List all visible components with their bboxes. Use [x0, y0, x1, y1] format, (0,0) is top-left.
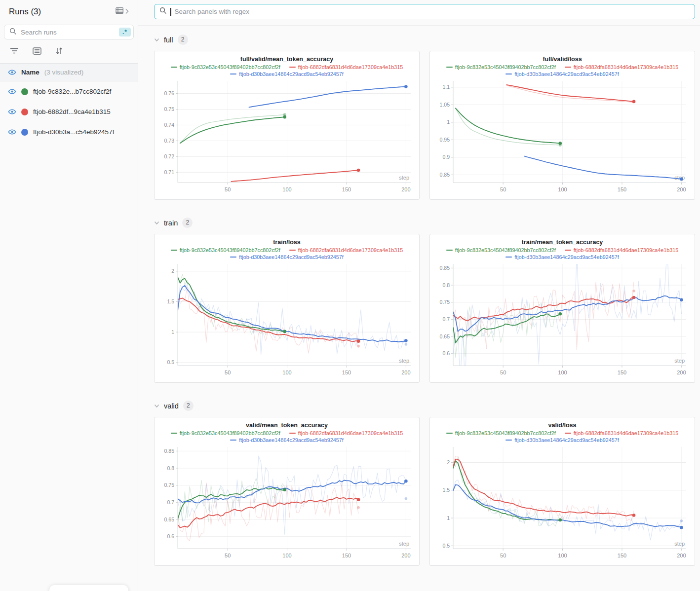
chart-title: valid/mean_token_accuracy [158, 422, 416, 429]
legend-entry[interactable]: ftjob-9c832e53c45043f89402bb7cc802cf2f [446, 247, 556, 253]
legend-color-dash [289, 433, 296, 434]
run-color-dot [21, 109, 28, 115]
chart-canvas[interactable]: 0.60.650.70.750.80.8550100150200step [158, 444, 416, 564]
chart-plot-area[interactable]: 0.60.650.70.750.80.8550100150200step [433, 261, 691, 381]
legend-entry[interactable]: ftjob-d30b3aee14864c29acd9ac54eb92457f [506, 71, 619, 77]
chart-panel[interactable]: full/valid/loss ftjob-9c832e53c45043f894… [429, 51, 695, 200]
svg-text:0.5: 0.5 [167, 359, 174, 365]
filter-button[interactable] [10, 47, 19, 56]
svg-text:100: 100 [282, 186, 291, 192]
section-header-full[interactable]: full 2 [154, 35, 700, 45]
section-full: full 2 full/valid/mean_token_accuracy ft… [154, 35, 700, 200]
run-row[interactable]: ftjob-9c832e...b7cc802cf2f [0, 81, 138, 102]
section-header-train[interactable]: train 2 [154, 218, 700, 228]
tooltip-card [49, 585, 128, 591]
svg-text:0.76: 0.76 [164, 90, 175, 96]
panel-search-input[interactable]: Search panels with regex [154, 4, 695, 19]
legend-entry[interactable]: ftjob-6882dfa6831d4d6dae17309ca4e1b315 [565, 430, 679, 436]
svg-text:0.6: 0.6 [167, 533, 174, 539]
svg-text:0.95: 0.95 [440, 137, 450, 143]
chart-canvas[interactable]: 0.850.90.9511.051.150100150200step [433, 78, 691, 198]
legend-color-dash [171, 433, 177, 434]
legend-color-dash [230, 74, 236, 75]
legend-run-name: ftjob-9c832e53c45043f89402bb7cc802cf2f [180, 430, 280, 436]
svg-text:step: step [399, 541, 409, 547]
section-count-badge: 2 [178, 35, 188, 45]
svg-text:0.9: 0.9 [442, 154, 450, 160]
runs-search-input[interactable]: Search runs .* [4, 25, 134, 39]
runs-list-header[interactable]: Name (3 visualized) [0, 64, 138, 81]
visibility-all-eye-icon[interactable] [8, 69, 16, 76]
legend-run-name: ftjob-6882dfa6831d4d6dae17309ca4e1b315 [574, 430, 679, 436]
chart-canvas[interactable]: 0.511.5250100150200step [158, 261, 416, 381]
text-cursor [170, 8, 171, 16]
svg-text:1: 1 [171, 329, 174, 335]
chart-panel[interactable]: full/valid/mean_token_accuracy ftjob-9c8… [154, 51, 420, 200]
chart-canvas[interactable]: 0.710.720.730.740.750.7650100150200step [158, 78, 416, 198]
visibility-eye-icon[interactable] [8, 108, 16, 115]
svg-text:200: 200 [677, 553, 686, 558]
run-row[interactable]: ftjob-6882df...9ca4e1b315 [0, 102, 138, 122]
legend-entry[interactable]: ftjob-6882dfa6831d4d6dae17309ca4e1b315 [289, 247, 403, 253]
svg-text:0.75: 0.75 [164, 482, 175, 488]
section-label: valid [164, 402, 179, 410]
svg-text:50: 50 [225, 553, 231, 558]
chart-plot-area[interactable]: 0.850.90.9511.051.150100150200step [433, 78, 691, 198]
svg-text:150: 150 [618, 186, 626, 192]
legend-entry[interactable]: ftjob-9c832e53c45043f89402bb7cc802cf2f [171, 64, 280, 70]
svg-text:200: 200 [401, 186, 410, 192]
legend-color-dash [230, 257, 236, 258]
chart-plot-area[interactable]: 0.511.5250100150200step [158, 261, 416, 381]
svg-text:0.7: 0.7 [442, 316, 450, 322]
run-row[interactable]: ftjob-d30b3a...c54eb92457f [0, 122, 138, 142]
legend-entry[interactable]: ftjob-6882dfa6831d4d6dae17309ca4e1b315 [565, 247, 679, 253]
expand-table-button[interactable] [116, 7, 129, 17]
chart-panel[interactable]: valid/loss ftjob-9c832e53c45043f89402bb7… [429, 417, 695, 566]
group-button[interactable] [33, 47, 41, 57]
legend-entry[interactable]: ftjob-9c832e53c45043f89402bb7cc802cf2f [446, 64, 556, 70]
legend-run-name: ftjob-9c832e53c45043f89402bb7cc802cf2f [455, 430, 556, 436]
legend-color-dash [289, 250, 296, 251]
legend-run-name: ftjob-6882dfa6831d4d6dae17309ca4e1b315 [574, 64, 679, 70]
chart-plot-area[interactable]: 0.60.650.70.750.80.8550100150200step [158, 444, 416, 564]
chart-plot-area[interactable]: 0.511.5250100150200step [433, 444, 691, 564]
section-header-valid[interactable]: valid 2 [154, 401, 700, 411]
chart-plot-area[interactable]: 0.710.720.730.740.750.7650100150200step [158, 78, 416, 198]
legend-entry[interactable]: ftjob-d30b3aee14864c29acd9ac54eb92457f [506, 437, 619, 443]
sort-button[interactable] [55, 47, 63, 57]
visibility-eye-icon[interactable] [8, 128, 16, 136]
legend-entry[interactable]: ftjob-6882dfa6831d4d6dae17309ca4e1b315 [289, 64, 403, 70]
legend-entry[interactable]: ftjob-d30b3aee14864c29acd9ac54eb92457f [230, 437, 343, 443]
svg-text:200: 200 [677, 369, 686, 375]
svg-text:1.05: 1.05 [440, 102, 450, 108]
legend-entry[interactable]: ftjob-d30b3aee14864c29acd9ac54eb92457f [230, 71, 343, 77]
runs-sidebar: Runs (3) Search runs .* [0, 0, 138, 591]
legend-row: ftjob-d30b3aee14864c29acd9ac54eb92457f [506, 71, 619, 77]
chart-canvas[interactable]: 0.511.5250100150200step [433, 444, 691, 564]
runs-search-placeholder: Search runs [21, 29, 115, 36]
legend-entry[interactable]: ftjob-6882dfa6831d4d6dae17309ca4e1b315 [565, 64, 679, 70]
legend-row: ftjob-d30b3aee14864c29acd9ac54eb92457f [230, 71, 343, 77]
visualized-count-label: (3 visualized) [44, 69, 84, 76]
legend-run-name: ftjob-6882dfa6831d4d6dae17309ca4e1b315 [298, 430, 403, 436]
run-name: ftjob-d30b3a...c54eb92457f [33, 128, 114, 136]
legend-entry[interactable]: ftjob-9c832e53c45043f89402bb7cc802cf2f [446, 430, 556, 436]
regex-toggle-button[interactable]: .* [119, 28, 131, 37]
chart-panel[interactable]: train/mean_token_accuracy ftjob-9c832e53… [429, 234, 695, 383]
legend-entry[interactable]: ftjob-d30b3aee14864c29acd9ac54eb92457f [230, 254, 343, 260]
section-label: full [164, 36, 173, 44]
legend-entry[interactable]: ftjob-9c832e53c45043f89402bb7cc802cf2f [171, 430, 280, 436]
legend-entry[interactable]: ftjob-6882dfa6831d4d6dae17309ca4e1b315 [289, 430, 403, 436]
legend-entry[interactable]: ftjob-d30b3aee14864c29acd9ac54eb92457f [506, 254, 619, 260]
legend-entry[interactable]: ftjob-9c832e53c45043f89402bb7cc802cf2f [171, 247, 280, 253]
svg-text:2: 2 [447, 459, 450, 465]
visibility-eye-icon[interactable] [8, 88, 16, 95]
svg-text:0.74: 0.74 [164, 122, 175, 128]
chart-panel[interactable]: valid/mean_token_accuracy ftjob-9c832e53… [154, 417, 420, 566]
name-column-label: Name [21, 69, 39, 76]
svg-text:150: 150 [342, 553, 351, 558]
chart-panel[interactable]: train/loss ftjob-9c832e53c45043f89402bb7… [154, 234, 420, 383]
svg-text:150: 150 [342, 186, 351, 192]
chart-canvas[interactable]: 0.60.650.70.750.80.8550100150200step [433, 261, 691, 381]
chart-legend: ftjob-9c832e53c45043f89402bb7cc802cf2fft… [158, 430, 416, 443]
